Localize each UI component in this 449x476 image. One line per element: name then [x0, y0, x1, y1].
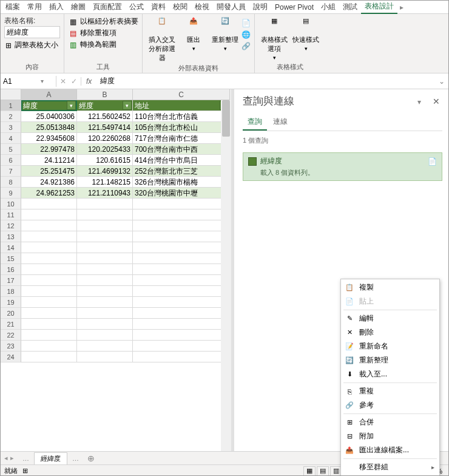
row-header[interactable]: 16: [1, 264, 21, 275]
cancel-icon[interactable]: ✕: [60, 77, 66, 86]
cell[interactable]: 121.4699132: [77, 166, 133, 177]
cell[interactable]: [77, 330, 133, 341]
vertical-scrollbar[interactable]: [221, 100, 231, 451]
close-icon[interactable]: ✕: [430, 97, 442, 106]
cell[interactable]: [77, 220, 133, 231]
cell[interactable]: [77, 231, 133, 242]
cell[interactable]: [133, 286, 230, 297]
cell[interactable]: [21, 264, 77, 275]
row-header[interactable]: 15: [1, 253, 21, 264]
ribbon-tab[interactable]: 測試: [339, 1, 361, 13]
cell[interactable]: [21, 330, 77, 341]
sheet-tab[interactable]: 經緯度: [34, 452, 67, 464]
cell[interactable]: [21, 253, 77, 264]
row-header[interactable]: 8: [1, 177, 21, 188]
expand-formula-icon[interactable]: ⌄: [435, 77, 448, 86]
ribbon-tab[interactable]: 插入: [46, 1, 67, 13]
resize-table-button[interactable]: ⊞ 調整表格大小: [4, 40, 60, 50]
refresh-button[interactable]: 🔄 重新整理▾: [209, 16, 241, 64]
cell[interactable]: [133, 352, 230, 362]
cm-reference[interactable]: 🔗參考: [341, 398, 439, 412]
row-header[interactable]: 17: [1, 275, 21, 286]
convert-range-button[interactable]: ▥ 轉換為範圍: [68, 39, 138, 50]
name-box[interactable]: ▾: [1, 76, 56, 87]
cell[interactable]: [21, 275, 77, 286]
table-name-input[interactable]: [4, 26, 60, 38]
cell[interactable]: 121.2110943: [77, 188, 133, 199]
remove-dup-button[interactable]: ▤ 移除重複項: [68, 27, 138, 39]
cell[interactable]: [21, 286, 77, 297]
cell[interactable]: [77, 253, 133, 264]
cell[interactable]: [133, 199, 230, 209]
cell[interactable]: [77, 297, 133, 308]
cell[interactable]: 252台灣新北市三芝: [133, 166, 230, 177]
browser-icon[interactable]: 🌐: [241, 30, 251, 39]
filter-icon[interactable]: ▾: [123, 101, 132, 110]
cm-merge[interactable]: ⊞合併: [341, 415, 439, 429]
row-header[interactable]: 14: [1, 242, 21, 253]
style-options-button[interactable]: ▦ 表格樣式選項▾: [258, 16, 290, 63]
cell[interactable]: 22.9345608: [21, 133, 77, 144]
cell[interactable]: 320台灣桃園市中壢: [133, 188, 230, 199]
cm-movegroup[interactable]: 移至群組▸: [341, 460, 439, 474]
confirm-icon[interactable]: ✓: [71, 77, 77, 86]
cell[interactable]: 414台灣台中市烏日: [133, 155, 230, 166]
row-header[interactable]: 10: [1, 199, 21, 209]
cell[interactable]: 22.997478: [21, 144, 77, 155]
sheet-dots[interactable]: …: [67, 454, 84, 463]
cell[interactable]: [21, 209, 77, 220]
cell[interactable]: [133, 264, 230, 275]
cm-delete[interactable]: ✕刪除: [341, 325, 439, 339]
cell[interactable]: [133, 308, 230, 319]
cell[interactable]: [21, 297, 77, 308]
sheet-nav[interactable]: ◂▸: [1, 454, 18, 462]
name-box-input[interactable]: [3, 77, 39, 86]
cell[interactable]: 121.5602452: [77, 111, 133, 122]
cell[interactable]: [133, 209, 230, 220]
cell[interactable]: [133, 341, 230, 352]
ribbon-tab[interactable]: 資料: [147, 1, 169, 13]
ribbon-tab[interactable]: 公式: [126, 1, 147, 13]
select-all-corner[interactable]: [1, 89, 21, 100]
cell[interactable]: 121.148215: [77, 177, 133, 188]
cell[interactable]: 25.0513848: [21, 122, 77, 133]
cm-duplicate[interactable]: ⎘重複: [341, 384, 439, 398]
chevron-down-icon[interactable]: ▾: [41, 78, 44, 84]
view-pagelayout-button[interactable]: ▤: [317, 466, 329, 476]
cell[interactable]: [133, 297, 230, 308]
cell[interactable]: 24.11214: [21, 155, 77, 166]
add-sheet-button[interactable]: ⊕: [84, 452, 98, 464]
column-header[interactable]: B: [77, 89, 133, 100]
cell[interactable]: 121.5497414: [77, 122, 133, 133]
cell[interactable]: [77, 264, 133, 275]
cell[interactable]: 326台灣桃園市楊梅: [133, 177, 230, 188]
cell[interactable]: [77, 242, 133, 253]
cell[interactable]: [77, 319, 133, 330]
tab-connections[interactable]: 連線: [268, 114, 292, 131]
pivot-summary-button[interactable]: ▦ 以樞紐分析表摘要: [68, 16, 138, 27]
row-header[interactable]: 23: [1, 341, 21, 352]
cell[interactable]: 700台灣台南市中西: [133, 144, 230, 155]
cell[interactable]: 717台灣台南市仁德: [133, 133, 230, 144]
ribbon-tab[interactable]: 繪圖: [67, 1, 89, 13]
ribbon-tab[interactable]: 開發人員: [213, 1, 249, 13]
cell[interactable]: 24.9621253: [21, 188, 77, 199]
cell[interactable]: [21, 199, 77, 209]
cell[interactable]: 105台灣台北市松山: [133, 122, 230, 133]
cell[interactable]: [21, 341, 77, 352]
ribbon-tab[interactable]: 校閱: [169, 1, 191, 13]
ribbon-tab[interactable]: 小組: [317, 1, 339, 13]
cell[interactable]: [77, 209, 133, 220]
cm-append[interactable]: ⊟附加: [341, 429, 439, 443]
table-header-cell[interactable]: 經度▾: [77, 100, 133, 111]
ribbon-tab[interactable]: 頁面配置: [89, 1, 126, 13]
cell[interactable]: 25.0400306: [21, 111, 77, 122]
quick-style-button[interactable]: ▤ 快速樣式▾: [290, 16, 322, 63]
column-header[interactable]: A: [21, 89, 77, 100]
row-header[interactable]: 5: [1, 144, 21, 155]
cell[interactable]: [133, 330, 230, 341]
cell[interactable]: 120.2260268: [77, 133, 133, 144]
query-action-icon[interactable]: 📄: [428, 157, 437, 166]
row-header[interactable]: 24: [1, 352, 21, 362]
cell[interactable]: [77, 341, 133, 352]
